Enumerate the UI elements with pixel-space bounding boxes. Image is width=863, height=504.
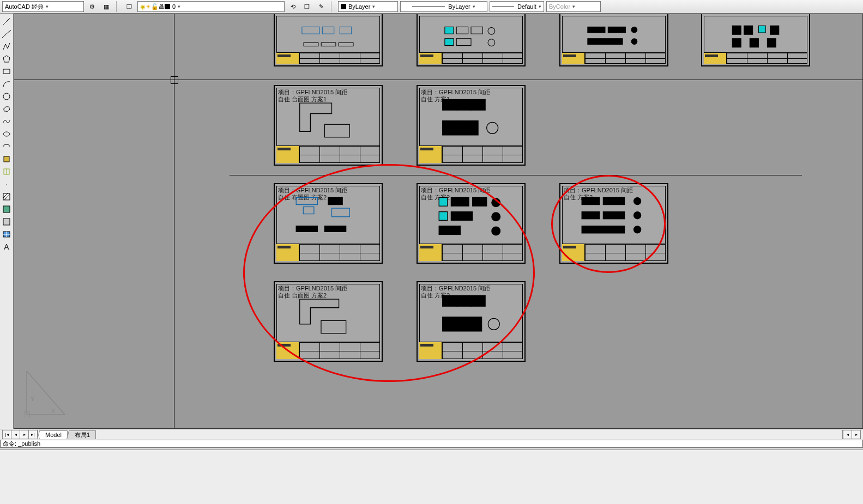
command-line[interactable]: 命令: _publish — [0, 440, 863, 447]
line-tool[interactable] — [1, 15, 13, 27]
arc-tool[interactable] — [1, 78, 13, 90]
tab-nav-last[interactable]: ▸| — [29, 430, 38, 439]
layer-previous-icon[interactable]: ⟲ — [287, 1, 299, 12]
lineweight-preview — [492, 7, 514, 7]
region-tool[interactable] — [1, 216, 13, 228]
plotstyle-combo[interactable]: ByColor — [546, 1, 601, 12]
svg-rect-55 — [296, 198, 317, 205]
bottom-panel — [0, 450, 863, 504]
insert-block-tool[interactable] — [1, 153, 13, 165]
hscroll-left[interactable]: ◂ — [843, 430, 852, 439]
print-icon: 🖶 — [159, 3, 165, 10]
drawing-sheet-r4c2: 项目：GPFLND2015 间距自住 方案2 — [417, 281, 526, 362]
svg-rect-43 — [767, 39, 776, 47]
svg-point-34 — [631, 27, 637, 33]
make-block-tool[interactable] — [1, 166, 13, 178]
workspace-settings-icon[interactable]: ⚙ — [86, 1, 98, 12]
layer-combo[interactable]: ◉ ☀ 🔓 🖶 0 — [137, 1, 285, 12]
svg-rect-3 — [3, 69, 10, 74]
ellipse-arc-tool[interactable] — [1, 141, 13, 153]
lock-icon: 🔓 — [151, 3, 159, 10]
svg-rect-94 — [443, 317, 482, 331]
svg-rect-6 — [4, 156, 9, 162]
lineweight-value: Default — [517, 3, 536, 10]
tab-layout1[interactable]: 布局1 — [69, 430, 96, 439]
crosshair-horizontal — [14, 80, 862, 80]
drawing-sheet-r3c2: 项目：GPFLND2015 间距自住 方案2 — [417, 183, 526, 264]
svg-rect-44 — [324, 124, 349, 137]
workspace-combo[interactable]: AutoCAD 经典 — [2, 1, 84, 12]
svg-rect-65 — [473, 198, 487, 207]
workspace-tool-icon[interactable]: ▦ — [100, 1, 112, 12]
svg-rect-59 — [296, 226, 317, 232]
svg-rect-67 — [439, 212, 448, 221]
svg-text:Y: Y — [31, 396, 35, 402]
svg-rect-82 — [603, 212, 624, 219]
svg-rect-60 — [324, 226, 346, 232]
svg-rect-23 — [445, 27, 454, 34]
svg-point-69 — [492, 212, 500, 221]
svg-rect-56 — [303, 207, 314, 214]
tab-nav-first[interactable]: |◂ — [3, 430, 11, 439]
svg-point-36 — [631, 39, 637, 45]
drawing-sheet-r3c1: 项目：GPFLND2015 间距自住 布置图 方案2 — [274, 183, 383, 264]
svg-rect-77 — [603, 198, 624, 205]
svg-rect-42 — [750, 39, 758, 47]
workspace-value: AutoCAD 经典 — [5, 3, 44, 11]
hscroll-right[interactable]: ▸ — [852, 430, 860, 439]
svg-marker-2 — [3, 56, 10, 62]
polygon-tool[interactable] — [1, 53, 13, 65]
polyline-tool[interactable] — [1, 40, 13, 52]
svg-rect-27 — [445, 39, 454, 46]
svg-rect-13 — [3, 218, 10, 225]
tab-nav-next[interactable]: ▸ — [20, 430, 29, 439]
linetype-preview — [412, 7, 445, 7]
table-tool[interactable] — [1, 228, 13, 240]
gradient-tool[interactable] — [1, 203, 13, 215]
color-combo[interactable]: ByLayer — [338, 1, 398, 12]
layer-states-icon[interactable]: ❐ — [301, 1, 313, 12]
svg-line-0 — [3, 18, 10, 25]
svg-rect-57 — [328, 198, 342, 205]
linetype-combo[interactable]: ByLayer — [400, 1, 487, 12]
tab-nav-prev[interactable]: ◂ — [11, 430, 20, 439]
svg-point-5 — [3, 132, 10, 136]
revcloud-tool[interactable] — [1, 103, 13, 115]
hatch-tool[interactable] — [1, 191, 13, 203]
ellipse-tool[interactable] — [1, 128, 13, 140]
xline-tool[interactable] — [1, 28, 13, 40]
rectangle-tool[interactable] — [1, 65, 13, 77]
svg-point-97 — [488, 318, 499, 330]
mtext-tool[interactable]: A — [1, 241, 13, 253]
svg-rect-68 — [451, 212, 472, 221]
svg-point-73 — [492, 227, 500, 235]
svg-point-4 — [3, 93, 10, 100]
sun-icon: ☀ — [146, 3, 151, 10]
spline-tool[interactable] — [1, 116, 13, 127]
svg-line-100 — [27, 371, 65, 415]
svg-rect-12 — [3, 206, 10, 212]
svg-rect-28 — [456, 39, 471, 46]
linetype-value: ByLayer — [448, 3, 470, 10]
model-space[interactable]: 项目：GPFLND2015 间距自住 台面图 方案1 项目：GPFLND2015… — [14, 14, 863, 429]
layout-tabs-bar: |◂ ◂ ▸ ▸| Model 布局1 ◂ ▸ — [0, 429, 863, 440]
svg-rect-22 — [339, 42, 353, 46]
svg-text:X: X — [51, 408, 56, 414]
svg-rect-33 — [608, 27, 625, 33]
svg-rect-24 — [456, 27, 468, 34]
circle-tool[interactable] — [1, 90, 13, 102]
svg-rect-58 — [332, 208, 350, 217]
point-tool[interactable]: · — [1, 178, 13, 190]
crosshair-pickbox — [171, 76, 178, 84]
ucs-icon: YX — [24, 368, 68, 418]
separator — [116, 1, 119, 12]
layer-match-icon[interactable]: ✎ — [315, 1, 327, 12]
lineweight-combo[interactable]: Default — [490, 1, 544, 12]
layer-manager-icon[interactable]: ❐ — [123, 1, 135, 12]
draw-toolbar: · A — [0, 14, 14, 429]
tab-model[interactable]: Model — [39, 430, 68, 439]
svg-point-29 — [488, 39, 495, 46]
layer-name: 0 — [172, 3, 176, 10]
lightbulb-icon: ◉ — [140, 3, 146, 10]
layer-color-swatch — [165, 4, 170, 9]
